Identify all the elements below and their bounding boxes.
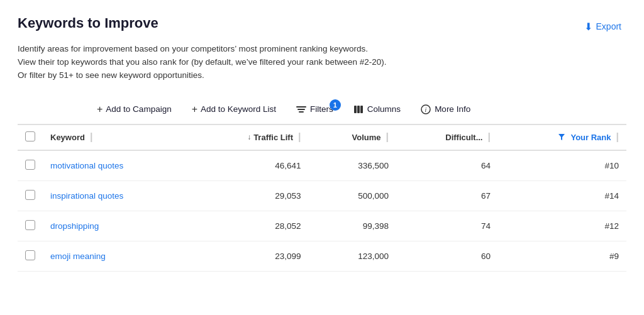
- add-to-keyword-list-button[interactable]: + Add to Keyword List: [188, 101, 280, 118]
- difficulty-cell: 60: [396, 241, 498, 271]
- svg-rect-3: [354, 106, 357, 113]
- difficulty-column-header: Difficult... |: [396, 124, 498, 150]
- svg-rect-4: [357, 106, 360, 113]
- traffic-lift-cell: 28,052: [192, 211, 308, 241]
- row-checkbox-cell[interactable]: [18, 180, 43, 211]
- add-to-keyword-list-label: Add to Keyword List: [201, 104, 276, 114]
- difficulty-cell: 74: [396, 211, 498, 241]
- keyword-link[interactable]: dropshipping: [50, 221, 99, 231]
- filter-active-icon: [558, 133, 565, 141]
- keyword-link[interactable]: inspirational quotes: [50, 191, 123, 201]
- row-checkbox[interactable]: [25, 190, 35, 200]
- keyword-cell: emoji meaning: [43, 241, 192, 271]
- add-to-campaign-label: Add to Campaign: [106, 104, 171, 114]
- page-title: Keywords to Improve: [18, 15, 158, 31]
- select-all-header[interactable]: [18, 124, 43, 150]
- keywords-table: Keyword | ↓ Traffic Lift | Volume |: [18, 124, 626, 272]
- your-rank-cell: #12: [498, 211, 626, 241]
- volume-column-header: Volume |: [308, 124, 396, 150]
- your-rank-cell: #9: [498, 241, 626, 271]
- svg-rect-5: [360, 106, 363, 113]
- table-row: inspirational quotes 29,053 500,000 67 #…: [18, 180, 626, 211]
- sort-desc-icon: ↓: [247, 133, 251, 141]
- volume-cell: 500,000: [308, 180, 396, 211]
- keyword-cell: dropshipping: [43, 211, 192, 241]
- table-row: dropshipping 28,052 99,398 74 #12: [18, 211, 626, 241]
- traffic-lift-column-header[interactable]: ↓ Traffic Lift |: [192, 124, 308, 150]
- svg-text:i: i: [425, 106, 427, 113]
- keyword-column-header: Keyword |: [43, 124, 192, 150]
- row-checkbox[interactable]: [25, 220, 35, 230]
- your-rank-cell: #10: [498, 150, 626, 181]
- columns-icon: [353, 105, 364, 114]
- volume-cell: 336,500: [308, 150, 396, 181]
- toolbar: + Add to Campaign + Add to Keyword List …: [18, 95, 626, 124]
- plus-icon: +: [97, 104, 103, 115]
- volume-cell: 99,398: [308, 211, 396, 241]
- more-info-label: More Info: [435, 104, 470, 114]
- your-rank-column-header: Your Rank |: [498, 124, 626, 150]
- volume-cell: 123,000: [308, 241, 396, 271]
- more-info-icon: i: [421, 104, 431, 114]
- filters-icon: [296, 105, 306, 114]
- row-checkbox-cell[interactable]: [18, 211, 43, 241]
- keyword-link[interactable]: motivational quotes: [50, 161, 123, 170]
- columns-button[interactable]: Columns: [350, 102, 404, 116]
- filters-badge: 1: [330, 99, 341, 111]
- select-all-checkbox[interactable]: [25, 131, 35, 141]
- row-checkbox[interactable]: [25, 160, 35, 170]
- keyword-cell: motivational quotes: [43, 150, 192, 181]
- row-checkbox-cell[interactable]: [18, 150, 43, 181]
- row-checkbox[interactable]: [25, 250, 35, 260]
- difficulty-cell: 67: [396, 180, 498, 211]
- table-row: motivational quotes 46,641 336,500 64 #1…: [18, 150, 626, 181]
- keyword-link[interactable]: emoji meaning: [50, 251, 106, 261]
- your-rank-cell: #14: [498, 180, 626, 211]
- traffic-lift-cell: 23,099: [192, 241, 308, 271]
- columns-label: Columns: [367, 104, 401, 114]
- traffic-lift-cell: 29,053: [192, 180, 308, 211]
- difficulty-cell: 64: [396, 150, 498, 181]
- traffic-lift-cell: 46,641: [192, 150, 308, 181]
- export-icon: ⬇: [584, 21, 592, 33]
- export-button[interactable]: ⬇ Export: [579, 18, 626, 35]
- row-checkbox-cell[interactable]: [18, 241, 43, 271]
- more-info-button[interactable]: i More Info: [417, 102, 474, 117]
- keyword-cell: inspirational quotes: [43, 180, 192, 211]
- plus-icon-2: +: [192, 104, 197, 115]
- description: Identify areas for improvement based on …: [18, 43, 626, 82]
- table-row: emoji meaning 23,099 123,000 60 #9: [18, 241, 626, 271]
- add-to-campaign-button[interactable]: + Add to Campaign: [93, 101, 175, 118]
